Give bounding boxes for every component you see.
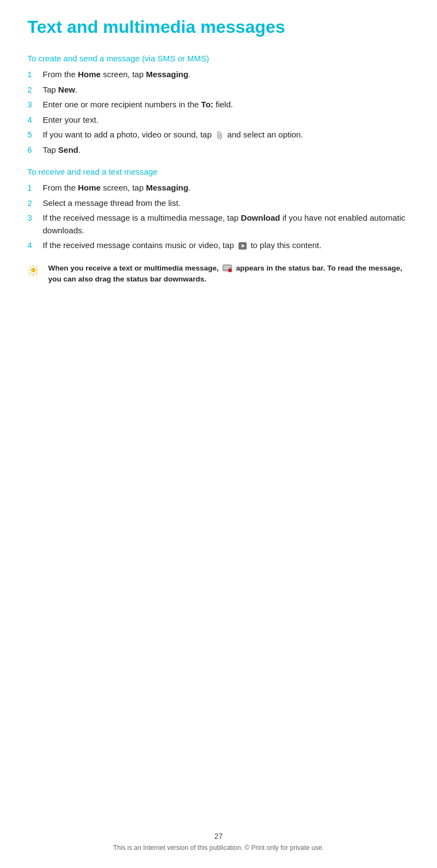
step-number: 2 <box>27 84 43 96</box>
step-1-6: 6 Tap Send. <box>27 144 410 157</box>
svg-line-10 <box>30 272 31 273</box>
step-number: 2 <box>27 197 43 210</box>
step-number: 4 <box>27 239 43 252</box>
svg-line-8 <box>36 272 37 273</box>
step-text: Enter one or more recipient numbers in t… <box>43 99 410 111</box>
step-number: 4 <box>27 114 43 127</box>
step-number: 1 <box>27 68 43 81</box>
step-2-4: 4 If the received message contains music… <box>27 239 410 252</box>
footer-note: This is an Internet version of this publ… <box>0 844 437 852</box>
step-text: If the received message is a multimedia … <box>43 212 410 237</box>
play-icon <box>238 242 247 250</box>
section2-heading: To receive and read a text message <box>27 167 410 176</box>
step-text: Tap Send. <box>43 144 410 157</box>
section1-heading: To create and send a message (via SMS or… <box>27 54 410 63</box>
step-number: 6 <box>27 144 43 157</box>
step-number: 1 <box>27 182 43 194</box>
step-text: If you want to add a photo, video or sou… <box>43 129 410 141</box>
section-receive-read: To receive and read a text message 1 Fro… <box>27 167 410 252</box>
tip-box: When you receive a text or multimedia me… <box>27 263 410 285</box>
step-number: 3 <box>27 212 43 237</box>
section-create-send: To create and send a message (via SMS or… <box>27 54 410 156</box>
step-number: 3 <box>27 99 43 111</box>
tip-sun-icon <box>27 264 39 276</box>
step-text: If the received message contains music o… <box>43 239 410 252</box>
svg-line-9 <box>36 266 37 267</box>
page-content: Text and multimedia messages To create a… <box>0 0 437 334</box>
step-text: Select a message thread from the list. <box>43 197 410 210</box>
step-1-3: 3 Enter one or more recipient numbers in… <box>27 99 410 111</box>
step-1-4: 4 Enter your text. <box>27 114 410 127</box>
page-footer: 27 This is an Internet version of this p… <box>0 832 437 852</box>
page-number: 27 <box>0 832 437 841</box>
step-number: 5 <box>27 129 43 141</box>
step-text: From the Home screen, tap Messaging. <box>43 68 410 81</box>
clip-icon <box>216 131 223 139</box>
step-2-3: 3 If the received message is a multimedi… <box>27 212 410 237</box>
tip-text: When you receive a text or multimedia me… <box>48 263 410 285</box>
step-text: From the Home screen, tap Messaging. <box>43 182 410 194</box>
step-1-2: 2 Tap New. <box>27 84 410 96</box>
page-title: Text and multimedia messages <box>27 16 410 37</box>
step-1-1: 1 From the Home screen, tap Messaging. <box>27 68 410 81</box>
step-text: Enter your text. <box>43 114 410 127</box>
step-1-5: 5 If you want to add a photo, video or s… <box>27 129 410 141</box>
tip-icon-wrap <box>27 264 45 278</box>
section2-steps: 1 From the Home screen, tap Messaging. 2… <box>27 182 410 252</box>
section1-steps: 1 From the Home screen, tap Messaging. 2… <box>27 68 410 156</box>
step-2-1: 1 From the Home screen, tap Messaging. <box>27 182 410 194</box>
step-2-2: 2 Select a message thread from the list. <box>27 197 410 210</box>
svg-line-7 <box>30 266 31 267</box>
message-notification-icon: ! <box>222 264 232 273</box>
svg-point-2 <box>31 268 35 272</box>
step-text: Tap New. <box>43 84 410 96</box>
